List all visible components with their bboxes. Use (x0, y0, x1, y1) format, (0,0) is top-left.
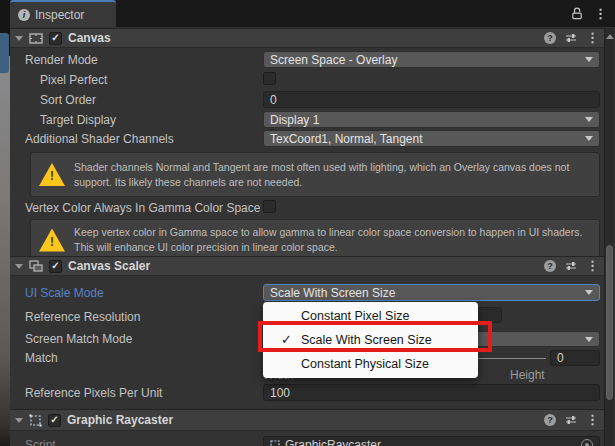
shader-channels-dropdown[interactable]: TexCoord1, Normal, Tangent (263, 130, 600, 147)
render-mode-dropdown[interactable]: Screen Space - Overlay (263, 51, 600, 68)
reference-ppu-value: 100 (270, 386, 290, 400)
pixel-perfect-label: Pixel Perfect (25, 73, 107, 87)
shader-channels-label: Additional Shader Channels (25, 132, 174, 146)
script-label: Script (25, 438, 56, 446)
foldout-icon[interactable] (15, 36, 23, 41)
help-icon[interactable]: ? (544, 414, 556, 426)
chevron-down-icon (585, 290, 593, 295)
reference-ppu-row: Reference Pixels Per Unit 100 (25, 384, 600, 401)
lock-icon[interactable] (571, 7, 583, 20)
shader-warning-text: Shader channels Normal and Tangent are m… (74, 160, 591, 189)
sort-order-value: 0 (270, 93, 277, 107)
target-display-value: Display 1 (270, 113, 319, 127)
canvas-scaler-title: Canvas Scaler (68, 259, 150, 273)
foldout-icon[interactable] (15, 418, 23, 423)
tab-bar: i Inspector ⋮ (10, 0, 615, 27)
reference-ppu-input[interactable]: 100 (263, 384, 600, 401)
vertex-color-row: Vertex Color Always In Gamma Color Space (25, 200, 600, 216)
graphic-raycaster-header[interactable]: ✓ Graphic Raycaster ? ⋮ (10, 409, 604, 430)
render-mode-row: Render Mode Screen Space - Overlay (25, 51, 600, 68)
gamma-warning-text: Keep vertex color in Gamma space to allo… (74, 225, 591, 254)
shader-warning-box: ! Shader channels Normal and Tangent are… (30, 152, 600, 197)
scrollbar-thumb[interactable] (606, 245, 613, 400)
sort-order-input[interactable]: 0 (263, 91, 600, 108)
canvas-component-icon (29, 33, 43, 44)
pixel-perfect-row: Pixel Perfect (25, 72, 600, 88)
highlight-red-box (258, 321, 492, 352)
object-picker-icon[interactable] (581, 439, 593, 446)
menu-item-constant-physical-size[interactable]: Constant Physical Size (263, 352, 478, 376)
unity-inspector-window: i Inspector ⋮ (0, 0, 615, 446)
script-icon (270, 440, 280, 446)
scene-view-edge-button (0, 33, 9, 73)
ui-scale-mode-dropdown[interactable]: Scale With Screen Size (263, 284, 600, 301)
warning-icon: ! (39, 229, 65, 252)
vertex-color-checkbox[interactable] (263, 200, 276, 213)
graphic-raycaster-component-icon (29, 414, 42, 427)
reference-resolution-label: Reference Resolution (25, 310, 140, 324)
presets-icon[interactable] (565, 414, 577, 426)
canvas-scaler-header[interactable]: ✓ Canvas Scaler ? ⋮ (10, 256, 604, 275)
canvas-scaler-enabled-checkbox[interactable]: ✓ (49, 260, 62, 273)
render-mode-value: Screen Space - Overlay (270, 53, 397, 67)
tab-inspector[interactable]: i Inspector (10, 0, 116, 27)
pixel-perfect-checkbox[interactable] (263, 72, 276, 85)
match-label: Match (25, 351, 58, 365)
canvas-scaler-component-icon (29, 260, 43, 272)
scrollbar-up-arrow-icon[interactable] (606, 34, 614, 39)
help-icon[interactable]: ? (544, 32, 556, 44)
presets-icon[interactable] (565, 32, 577, 44)
screen-match-mode-label: Screen Match Mode (25, 332, 132, 346)
reference-ppu-label: Reference Pixels Per Unit (25, 386, 162, 400)
chevron-down-icon (585, 117, 593, 122)
component-menu-icon[interactable]: ⋮ (586, 32, 599, 44)
window-menu-icon[interactable]: ⋮ (594, 8, 607, 20)
canvas-header[interactable]: ✓ Canvas ? ⋮ (10, 28, 604, 47)
match-height-label: Height (510, 368, 545, 382)
tab-label: Inspector (35, 8, 84, 22)
foldout-icon[interactable] (15, 264, 23, 269)
shader-channels-row: Additional Shader Channels TexCoord1, No… (25, 130, 600, 147)
graphic-raycaster-enabled-checkbox[interactable]: ✓ (48, 414, 61, 427)
presets-icon[interactable] (565, 260, 577, 272)
ui-scale-mode-row: UI Scale Mode Scale With Screen Size (25, 284, 600, 301)
match-value: 0 (557, 351, 564, 365)
component-menu-icon[interactable]: ⋮ (586, 260, 599, 272)
target-display-dropdown[interactable]: Display 1 (263, 111, 600, 128)
menu-item-label: Constant Physical Size (301, 357, 429, 371)
info-icon: i (18, 9, 30, 21)
chevron-down-icon (585, 337, 593, 342)
gamma-warning-box: ! Keep vertex color in Gamma space to al… (30, 219, 600, 261)
script-row: Script GraphicRaycaster (25, 436, 600, 446)
component-menu-icon[interactable]: ⋮ (586, 414, 599, 426)
sort-order-label: Sort Order (25, 93, 96, 107)
vertex-color-label: Vertex Color Always In Gamma Color Space (25, 201, 260, 215)
shader-channels-value: TexCoord1, Normal, Tangent (270, 132, 423, 146)
chevron-down-icon (585, 136, 593, 141)
sort-order-row: Sort Order 0 (25, 91, 600, 108)
canvas-title: Canvas (68, 31, 111, 45)
target-display-row: Target Display Display 1 (25, 111, 600, 128)
warning-icon: ! (39, 163, 65, 186)
render-mode-label: Render Mode (25, 53, 98, 67)
ui-scale-mode-label: UI Scale Mode (25, 286, 104, 300)
canvas-enabled-checkbox[interactable]: ✓ (49, 32, 62, 45)
script-object-field[interactable]: GraphicRaycaster (263, 436, 600, 446)
help-icon[interactable]: ? (544, 260, 556, 272)
match-input[interactable]: 0 (550, 350, 600, 366)
graphic-raycaster-title: Graphic Raycaster (67, 413, 173, 427)
inspector-panel: i Inspector ⋮ (10, 0, 615, 446)
chevron-down-icon (585, 57, 593, 62)
target-display-label: Target Display (25, 113, 116, 127)
script-value: GraphicRaycaster (285, 438, 381, 446)
ui-scale-mode-value: Scale With Screen Size (270, 286, 395, 300)
